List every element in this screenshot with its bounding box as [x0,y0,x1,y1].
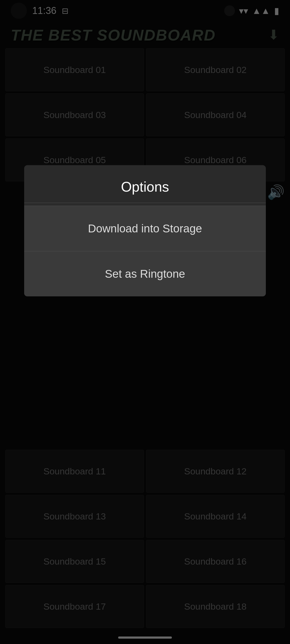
set-ringtone-button[interactable]: Set as Ringtone [24,251,266,297]
modal-divider [24,203,266,203]
page-wrapper: 11:36 ⊟ ▾▾ ▲▲ ▮ THE BEST SOUNDBOARD ⬇ So… [0,0,290,644]
download-storage-button[interactable]: Download into Storage [24,206,266,251]
options-modal: Options Download into Storage Set as Rin… [24,165,266,297]
modal-title: Options [24,165,266,203]
modal-overlay[interactable] [0,0,290,644]
